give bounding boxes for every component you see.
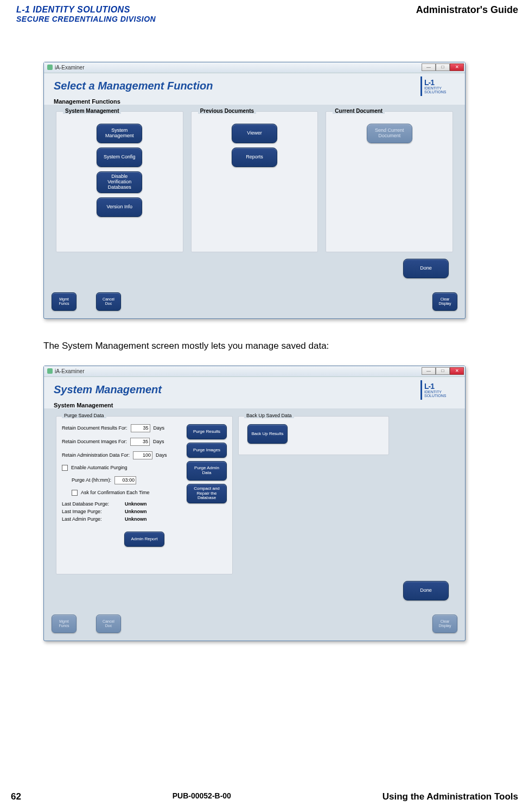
clear-display-button[interactable]: Clear Display bbox=[432, 292, 457, 311]
purge-images-button[interactable]: Purge Images bbox=[187, 443, 227, 458]
purge-at-input[interactable] bbox=[114, 476, 136, 484]
app-window-system-management: iA-Examiner — □ ✕ System Management L-1 … bbox=[43, 366, 466, 641]
version-info-button[interactable]: Version Info bbox=[97, 197, 142, 217]
app-title: System Management bbox=[54, 383, 162, 396]
purge-results-button[interactable]: Purge Results bbox=[187, 424, 227, 439]
last-admin-purge-value: Unknown bbox=[125, 516, 147, 522]
minimize-button[interactable]: — bbox=[422, 63, 436, 71]
backup-results-button[interactable]: Back Up Results bbox=[247, 424, 288, 444]
enable-auto-purge-label: Enable Automatic Purging bbox=[71, 465, 128, 470]
window-controls: — □ ✕ bbox=[422, 63, 464, 71]
app-window-management: iA-Examiner — □ ✕ Select a Management Fu… bbox=[43, 62, 466, 319]
column-previous-documents: Previous Documents Viewer Reports bbox=[191, 111, 318, 252]
enable-auto-purge-checkbox[interactable] bbox=[62, 465, 68, 471]
section-label: System Management bbox=[44, 401, 465, 408]
column-title: System Management bbox=[63, 108, 121, 114]
l1-logo: L-1 IDENTITY SOLUTIONS bbox=[420, 76, 455, 96]
footer-buttons: Mgmt Funcs Cancel Doc Clear Display bbox=[44, 283, 465, 318]
group-title: Back Up Saved Data bbox=[244, 413, 294, 418]
last-db-purge-label: Last Database Purge: bbox=[62, 501, 122, 507]
done-button[interactable]: Done bbox=[403, 581, 449, 600]
guide-title: Administrator's Guide bbox=[416, 4, 518, 16]
days-label: Days bbox=[153, 439, 164, 444]
close-button[interactable]: ✕ bbox=[450, 63, 464, 71]
page-content: iA-Examiner — □ ✕ Select a Management Fu… bbox=[0, 24, 529, 641]
ask-confirmation-checkbox[interactable] bbox=[72, 490, 78, 496]
column-current-document: Current Document Send Current Document bbox=[326, 111, 453, 252]
brand-line-2: SECURE CREDENTIALING DIVISION bbox=[16, 15, 156, 24]
retain-admin-label: Retain Administration Data For: bbox=[62, 452, 130, 458]
retain-images-label: Retain Document Images For: bbox=[62, 439, 127, 444]
viewer-button[interactable]: Viewer bbox=[232, 124, 277, 143]
app-header: System Management L-1 IDENTITY SOLUTIONS bbox=[44, 377, 465, 401]
panel-area: Purge Saved Data Retain Document Results… bbox=[44, 408, 465, 605]
days-label: Days bbox=[156, 452, 167, 458]
titlebar-text: iA-Examiner bbox=[55, 368, 84, 374]
column-title: Current Document bbox=[333, 108, 385, 114]
mgmt-funcs-button[interactable]: Mgmt Funcs bbox=[52, 615, 77, 633]
purge-saved-data-group: Purge Saved Data Retain Document Results… bbox=[56, 416, 233, 574]
compact-repair-button[interactable]: Compact and Repair the Database bbox=[187, 484, 227, 503]
retain-images-input[interactable] bbox=[130, 438, 150, 446]
backup-saved-data-group: Back Up Saved Data Back Up Results bbox=[238, 416, 389, 455]
purge-buttons-column: Purge Results Purge Images Purge Admin D… bbox=[187, 424, 227, 503]
publication-id: PUB-00052-B-00 bbox=[173, 791, 231, 802]
days-label: Days bbox=[154, 425, 165, 431]
app-title: Select a Management Function bbox=[54, 80, 213, 92]
body-paragraph: The System Management screen mostly lets… bbox=[43, 341, 496, 351]
mgmt-funcs-button[interactable]: Mgmt Funcs bbox=[52, 292, 77, 311]
last-admin-purge-label: Last Admin Purge: bbox=[62, 516, 122, 522]
titlebar-text: iA-Examiner bbox=[55, 65, 84, 71]
titlebar: iA-Examiner — □ ✕ bbox=[44, 62, 465, 73]
footer-buttons: Mgmt Funcs Cancel Doc Clear Display bbox=[44, 605, 465, 641]
last-image-purge-label: Last Image Purge: bbox=[62, 509, 122, 514]
app-icon bbox=[47, 368, 53, 374]
page-footer: 62 PUB-00052-B-00 Using the Administrati… bbox=[0, 791, 529, 802]
group-title: Purge Saved Data bbox=[62, 413, 106, 418]
system-config-button[interactable]: System Config bbox=[97, 148, 142, 167]
page-header: L-1 IDENTITY SOLUTIONS SECURE CREDENTIAL… bbox=[0, 0, 529, 24]
cancel-doc-button[interactable]: Cancel Doc bbox=[96, 292, 121, 311]
admin-report-button[interactable]: Admin Report bbox=[124, 532, 164, 547]
done-button[interactable]: Done bbox=[403, 259, 449, 278]
panel-area: System Management System Management Syst… bbox=[44, 105, 465, 283]
last-db-purge-value: Unknown bbox=[125, 501, 147, 507]
status-rows: Last Database Purge:Unknown Last Image P… bbox=[62, 501, 227, 522]
cancel-doc-button[interactable]: Cancel Doc bbox=[96, 615, 121, 633]
clear-display-button[interactable]: Clear Display bbox=[432, 615, 457, 633]
retain-results-label: Retain Document Results For: bbox=[62, 425, 128, 431]
ask-confirmation-label: Ask for Confirmation Each Time bbox=[81, 490, 150, 495]
right-column: Back Up Saved Data Back Up Results bbox=[238, 416, 389, 574]
disable-verification-button[interactable]: Disable Verification Databases bbox=[97, 171, 142, 193]
column-title: Previous Documents bbox=[198, 108, 256, 114]
app-icon bbox=[47, 65, 53, 70]
last-image-purge-value: Unknown bbox=[125, 509, 147, 514]
purge-at-label: Purge At (hh:mm): bbox=[72, 477, 111, 483]
column-system-management: System Management System Management Syst… bbox=[56, 111, 183, 252]
minimize-button[interactable]: — bbox=[422, 367, 436, 375]
system-management-button[interactable]: System Management bbox=[97, 124, 142, 143]
section-title: Using the Administration Tools bbox=[383, 791, 518, 802]
l1-logo: L-1 IDENTITY SOLUTIONS bbox=[420, 380, 455, 400]
maximize-button[interactable]: □ bbox=[436, 367, 450, 375]
reports-button[interactable]: Reports bbox=[232, 148, 277, 167]
titlebar: iA-Examiner — □ ✕ bbox=[44, 366, 465, 377]
maximize-button[interactable]: □ bbox=[436, 63, 450, 71]
window-controls: — □ ✕ bbox=[422, 367, 464, 375]
section-label: Management Functions bbox=[44, 97, 465, 105]
page-number: 62 bbox=[11, 791, 21, 802]
send-current-document-button: Send Current Document bbox=[367, 124, 412, 143]
app-header: Select a Management Function L-1 IDENTIT… bbox=[44, 73, 465, 97]
brand-block: L-1 IDENTITY SOLUTIONS SECURE CREDENTIAL… bbox=[16, 4, 156, 24]
close-button[interactable]: ✕ bbox=[450, 367, 464, 375]
brand-line-1: L-1 IDENTITY SOLUTIONS bbox=[16, 4, 156, 15]
purge-admin-data-button[interactable]: Purge Admin Data bbox=[187, 461, 227, 481]
retain-admin-input[interactable] bbox=[133, 451, 152, 459]
retain-results-input[interactable] bbox=[131, 424, 150, 432]
